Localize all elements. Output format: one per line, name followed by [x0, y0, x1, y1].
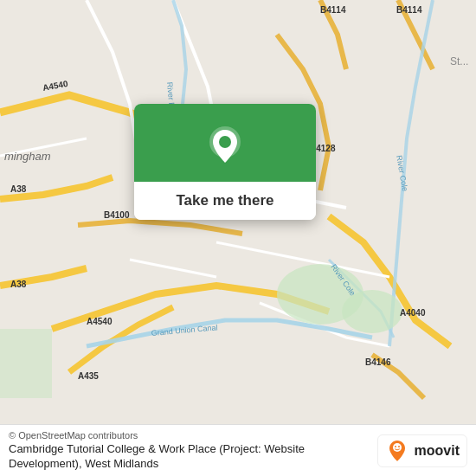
popup-card: Take me there [134, 104, 316, 220]
moovit-logo[interactable]: moovit [377, 434, 467, 467]
svg-text:A435: A435 [78, 371, 99, 381]
location-pin-icon [204, 125, 246, 166]
svg-rect-3 [0, 329, 52, 398]
popup-green-area [134, 104, 316, 182]
moovit-brand-text: moovit [415, 443, 460, 459]
map-container: A4540 A4540 A38 A38 A435 A4040 B4128 B41… [0, 0, 476, 424]
svg-text:St...: St... [450, 55, 468, 68]
svg-text:A4040: A4040 [400, 308, 426, 318]
svg-point-25 [398, 446, 400, 447]
take-me-there-button[interactable]: Take me there [134, 182, 316, 220]
moovit-brand-icon [385, 439, 409, 463]
svg-text:B4114: B4114 [320, 5, 346, 15]
footer: © OpenStreetMap contributors Cambridge T… [0, 424, 476, 476]
svg-text:A38: A38 [10, 184, 27, 194]
svg-text:B4146: B4146 [365, 357, 391, 367]
svg-point-22 [219, 136, 231, 148]
location-title: Cambridge Tutorial College & Work Place … [9, 442, 369, 472]
svg-text:A38: A38 [10, 280, 27, 289]
map-attribution: © OpenStreetMap contributors [9, 430, 369, 441]
footer-info: © OpenStreetMap contributors Cambridge T… [9, 430, 369, 472]
svg-text:mingham: mingham [4, 150, 51, 163]
svg-text:A4540: A4540 [87, 317, 113, 326]
svg-point-24 [395, 446, 396, 447]
svg-text:B4100: B4100 [104, 210, 130, 220]
svg-text:B4114: B4114 [396, 5, 422, 15]
